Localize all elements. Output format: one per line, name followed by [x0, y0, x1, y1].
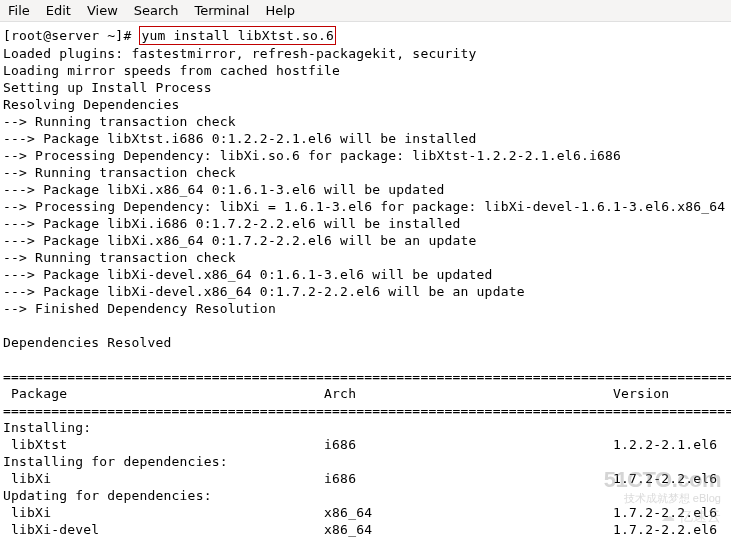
output-line: Dependencies Resolved	[3, 335, 172, 350]
command-highlight: yum install libXtst.so.6	[139, 26, 336, 45]
output-line: ---> Package libXi-devel.x86_64 0:1.7.2-…	[3, 284, 525, 299]
output-line: ---> Package libXi.i686 0:1.7.2-2.2.el6 …	[3, 216, 461, 231]
output-line: --> Finished Dependency Resolution	[3, 301, 276, 316]
table-divider: ========================================…	[3, 403, 731, 418]
menu-edit[interactable]: Edit	[46, 3, 71, 18]
output-line: Loading mirror speeds from cached hostfi…	[3, 63, 340, 78]
menu-help[interactable]: Help	[265, 3, 295, 18]
output-line: ---> Package libXi-devel.x86_64 0:1.6.1-…	[3, 267, 493, 282]
menu-view[interactable]: View	[87, 3, 118, 18]
output-line: Resolving Dependencies	[3, 97, 180, 112]
output-line: --> Processing Dependency: libXi.so.6 fo…	[3, 148, 621, 163]
menu-search[interactable]: Search	[134, 3, 179, 18]
menubar: File Edit View Search Terminal Help	[0, 0, 731, 22]
output-line: --> Running transaction check	[3, 250, 236, 265]
terminal-output[interactable]: [root@server ~]# yum install libXtst.so.…	[0, 22, 731, 542]
table-divider: ========================================…	[3, 369, 731, 384]
shell-prompt: [root@server ~]#	[3, 28, 139, 43]
output-line: --> Running transaction check	[3, 165, 236, 180]
output-line: Setting up Install Process	[3, 80, 212, 95]
output-line: Loaded plugins: fastestmirror, refresh-p…	[3, 46, 477, 61]
output-line: ---> Package libXi.x86_64 0:1.7.2-2.2.el…	[3, 233, 477, 248]
package-row: libXtst i686 1.2.2-2.1.el6	[3, 437, 717, 452]
package-row: libXi-devel x86_64 1.7.2-2.2.el6	[3, 522, 717, 537]
menu-file[interactable]: File	[8, 3, 30, 18]
section-label: Installing:	[3, 420, 91, 435]
menu-terminal[interactable]: Terminal	[194, 3, 249, 18]
table-header: Package Arch Version	[3, 386, 669, 401]
package-row: libXi i686 1.7.2-2.2.el6	[3, 471, 717, 486]
section-label: Installing for dependencies:	[3, 454, 228, 469]
package-row: libXi x86_64 1.7.2-2.2.el6	[3, 505, 717, 520]
output-line: ---> Package libXtst.i686 0:1.2.2-2.1.el…	[3, 131, 477, 146]
output-line: --> Processing Dependency: libXi = 1.6.1…	[3, 199, 725, 214]
section-label: Updating for dependencies:	[3, 488, 212, 503]
output-line: ---> Package libXi.x86_64 0:1.6.1-3.el6 …	[3, 182, 444, 197]
output-line: --> Running transaction check	[3, 114, 236, 129]
